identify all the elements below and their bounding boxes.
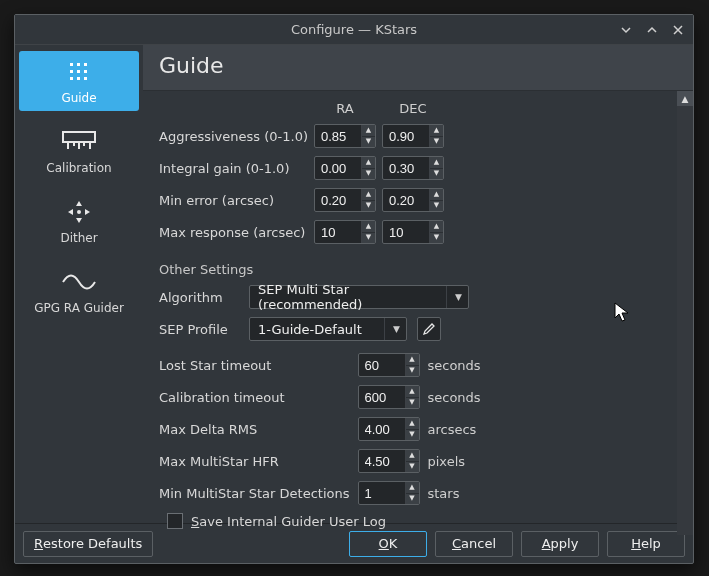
spin-up[interactable]: ▲	[430, 221, 443, 233]
save-log-checkbox[interactable]	[167, 513, 183, 529]
scroll-track[interactable]	[677, 106, 693, 535]
svg-point-19	[77, 210, 81, 214]
sidebar-item-dither[interactable]: Dither	[19, 191, 139, 251]
sidebar-item-guide[interactable]: Guide	[19, 51, 139, 111]
param-label: Aggressiveness (0-1.0)	[159, 120, 314, 152]
calibration-icon	[58, 127, 100, 157]
max-delta-rms-input[interactable]	[359, 418, 405, 440]
algorithm-combo[interactable]: SEP Multi Star (recommended) ▼	[249, 285, 469, 309]
params-table: RA DEC Aggressiveness (0-1.0) ▲▼ ▲▼ Inte…	[159, 97, 450, 248]
sidebar-item-calibration[interactable]: Calibration	[19, 121, 139, 181]
spin-down[interactable]: ▼	[406, 398, 419, 409]
param-row: Max response (arcsec) ▲▼ ▲▼	[159, 216, 450, 248]
setting-label: Max MultiStar HFR	[159, 445, 358, 477]
algorithm-row: Algorithm SEP Multi Star (recommended) ▼	[159, 285, 667, 309]
spin-up[interactable]: ▲	[362, 221, 375, 233]
svg-rect-6	[70, 77, 73, 80]
lost-star-spin[interactable]: ▲▼	[358, 353, 420, 377]
min-multistar-detections-spin[interactable]: ▲▼	[358, 481, 420, 505]
chevron-down-icon: ▼	[384, 318, 400, 340]
spin-down[interactable]: ▼	[406, 494, 419, 505]
spin-down[interactable]: ▼	[406, 430, 419, 441]
maxresp-dec-input[interactable]	[383, 221, 429, 243]
spin-up[interactable]: ▲	[362, 189, 375, 201]
maxresp-ra-spin[interactable]: ▲▼	[314, 220, 376, 244]
edit-profile-button[interactable]	[417, 317, 441, 341]
spin-up[interactable]: ▲	[362, 157, 375, 169]
spin-up[interactable]: ▲	[406, 450, 419, 462]
restore-defaults-button[interactable]: RRestore Defaultsestore Defaults	[23, 531, 153, 557]
aggressiveness-ra-input[interactable]	[315, 125, 361, 147]
setting-row: Lost Star timeout ▲▼ seconds	[159, 349, 489, 381]
wave-icon	[58, 267, 100, 297]
max-multistar-hfr-spin[interactable]: ▲▼	[358, 449, 420, 473]
vertical-scrollbar[interactable]: ▲	[677, 91, 693, 535]
param-label: Integral gain (0-1.0)	[159, 152, 314, 184]
spin-up[interactable]: ▲	[362, 125, 375, 137]
aggressiveness-ra-spin[interactable]: ▲▼	[314, 124, 376, 148]
save-log-label[interactable]: SSave Internal Guider User Logave Intern…	[191, 514, 386, 529]
spin-down[interactable]: ▼	[362, 137, 375, 148]
aggressiveness-dec-input[interactable]	[383, 125, 429, 147]
sidebar-item-label: Calibration	[46, 161, 111, 175]
minerror-ra-spin[interactable]: ▲▼	[314, 188, 376, 212]
setting-unit: stars	[428, 477, 489, 509]
spin-up[interactable]: ▲	[406, 482, 419, 494]
min-multistar-detections-input[interactable]	[359, 482, 405, 504]
spin-down[interactable]: ▼	[430, 169, 443, 180]
column-ra: RA	[314, 97, 382, 120]
max-delta-rms-spin[interactable]: ▲▼	[358, 417, 420, 441]
svg-rect-8	[84, 77, 87, 80]
integral-ra-spin[interactable]: ▲▼	[314, 156, 376, 180]
maxresp-ra-input[interactable]	[315, 221, 361, 243]
spin-down[interactable]: ▼	[362, 201, 375, 212]
max-multistar-hfr-input[interactable]	[359, 450, 405, 472]
minerror-dec-spin[interactable]: ▲▼	[382, 188, 444, 212]
integral-ra-input[interactable]	[315, 157, 361, 179]
spin-up[interactable]: ▲	[406, 354, 419, 366]
other-settings-label: Other Settings	[159, 262, 667, 277]
setting-row: Calibration timeout ▲▼ seconds	[159, 381, 489, 413]
sidebar: Guide Calibration Dither GPG RA Guider	[15, 45, 143, 523]
setting-label: Min MultiStar Star Detections	[159, 477, 358, 509]
spin-down[interactable]: ▼	[362, 169, 375, 180]
dither-icon	[58, 197, 100, 227]
chevron-down-icon	[620, 24, 632, 36]
spin-up[interactable]: ▲	[430, 125, 443, 137]
spin-down[interactable]: ▼	[430, 233, 443, 244]
sidebar-item-label: GPG RA Guider	[34, 301, 124, 315]
aggressiveness-dec-spin[interactable]: ▲▼	[382, 124, 444, 148]
spin-up[interactable]: ▲	[430, 189, 443, 201]
spin-down[interactable]: ▼	[362, 233, 375, 244]
titlebar: Configure — KStars	[15, 15, 693, 45]
algorithm-value: SEP Multi Star (recommended)	[258, 282, 436, 312]
calibration-timeout-input[interactable]	[359, 386, 405, 408]
sep-profile-combo[interactable]: 1-Guide-Default ▼	[249, 317, 407, 341]
minimize-button[interactable]	[615, 19, 637, 41]
scroll-up-button[interactable]: ▲	[677, 91, 693, 106]
integral-dec-spin[interactable]: ▲▼	[382, 156, 444, 180]
titlebar-controls	[615, 15, 689, 45]
spin-down[interactable]: ▼	[430, 137, 443, 148]
integral-dec-input[interactable]	[383, 157, 429, 179]
configure-window: Configure — KStars Guide	[14, 14, 694, 564]
maxresp-dec-spin[interactable]: ▲▼	[382, 220, 444, 244]
spin-up[interactable]: ▲	[406, 418, 419, 430]
window-title: Configure — KStars	[291, 22, 417, 37]
close-button[interactable]	[667, 19, 689, 41]
lost-star-input[interactable]	[359, 354, 405, 376]
svg-rect-2	[84, 63, 87, 66]
spin-down[interactable]: ▼	[406, 366, 419, 377]
spin-up[interactable]: ▲	[430, 157, 443, 169]
minerror-ra-input[interactable]	[315, 189, 361, 211]
chevron-down-icon: ▼	[446, 286, 462, 308]
svg-marker-18	[85, 209, 90, 215]
maximize-button[interactable]	[641, 19, 663, 41]
sidebar-item-gpg[interactable]: GPG RA Guider	[19, 261, 139, 321]
spin-down[interactable]: ▼	[406, 462, 419, 473]
setting-unit: seconds	[428, 349, 489, 381]
minerror-dec-input[interactable]	[383, 189, 429, 211]
spin-down[interactable]: ▼	[430, 201, 443, 212]
calibration-timeout-spin[interactable]: ▲▼	[358, 385, 420, 409]
spin-up[interactable]: ▲	[406, 386, 419, 398]
